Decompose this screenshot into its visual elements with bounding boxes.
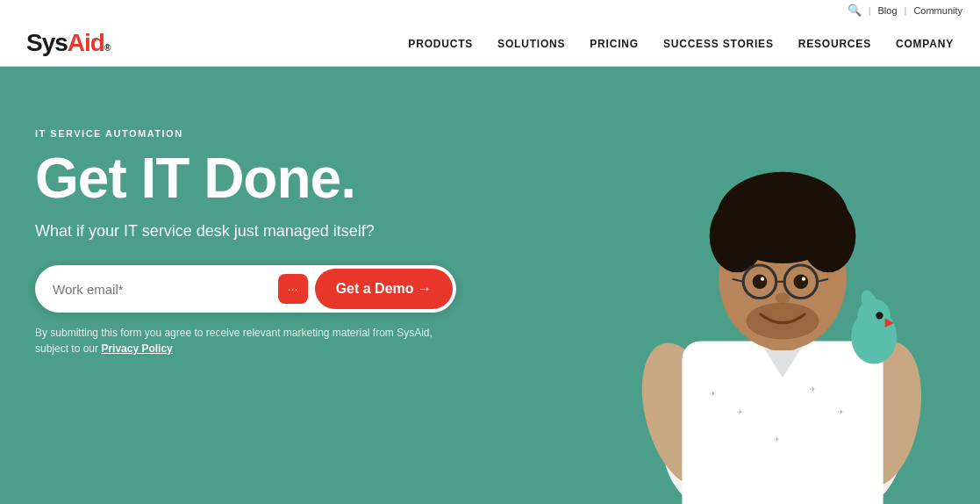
- email-input[interactable]: [53, 282, 271, 297]
- svg-point-24: [776, 292, 790, 304]
- privacy-policy-link[interactable]: Privacy Policy: [101, 342, 172, 355]
- hero-content: IT SERVICE AUTOMATION Get IT Done. What …: [35, 111, 456, 356]
- logo-sys: Sys: [26, 29, 68, 57]
- hero-title: Get IT Done.: [35, 149, 456, 208]
- logo-reg: ®: [104, 43, 110, 53]
- svg-point-21: [794, 274, 809, 289]
- svg-text:✈: ✈: [710, 389, 716, 398]
- svg-text:✈: ✈: [774, 435, 780, 443]
- divider: |: [869, 5, 871, 16]
- nav-success-stories[interactable]: SUCCESS STORIES: [663, 38, 774, 50]
- hero-section: IT SERVICE AUTOMATION Get IT Done. What …: [0, 67, 980, 504]
- svg-text:✈: ✈: [737, 407, 743, 416]
- hero-person-image: ✈ ✈ ✈ ✈ ✈: [585, 67, 980, 504]
- search-icon[interactable]: 🔍: [848, 4, 862, 17]
- nav-pricing[interactable]: PRICING: [590, 38, 639, 50]
- chat-icon: ···: [278, 274, 308, 304]
- navbar: SysAid® PRODUCTS SOLUTIONS PRICING SUCCE…: [0, 20, 980, 67]
- svg-point-25: [746, 303, 819, 340]
- svg-point-22: [761, 277, 764, 281]
- hero-disclaimer: By submitting this form you agree to rec…: [35, 325, 456, 356]
- nav-links: PRODUCTS SOLUTIONS PRICING SUCCESS STORI…: [408, 35, 954, 51]
- svg-point-14: [801, 199, 856, 272]
- community-link[interactable]: Community: [913, 5, 962, 16]
- svg-text:✈: ✈: [810, 385, 816, 393]
- blog-link[interactable]: Blog: [877, 5, 897, 16]
- svg-point-29: [876, 312, 883, 319]
- nav-resources[interactable]: RESOURCES: [798, 38, 871, 50]
- get-demo-button[interactable]: Get a Demo →: [315, 269, 453, 309]
- hero-description: What if your IT service desk just manage…: [35, 222, 456, 241]
- svg-text:✈: ✈: [838, 407, 844, 416]
- person-svg: ✈ ✈ ✈ ✈ ✈: [585, 67, 980, 504]
- svg-point-23: [802, 277, 805, 281]
- svg-point-20: [753, 274, 768, 289]
- top-bar: 🔍 | Blog | Community: [0, 0, 980, 20]
- chat-dots: ···: [288, 282, 298, 296]
- nav-solutions[interactable]: SOLUTIONS: [497, 38, 565, 50]
- logo[interactable]: SysAid®: [26, 29, 110, 57]
- divider2: |: [905, 5, 907, 16]
- hero-subtitle: IT SERVICE AUTOMATION: [35, 128, 456, 139]
- nav-company[interactable]: COMPANY: [896, 38, 954, 50]
- logo-aid: Aid: [68, 29, 104, 57]
- svg-point-13: [710, 199, 765, 272]
- nav-products[interactable]: PRODUCTS: [408, 38, 473, 50]
- email-form: ··· Get a Demo →: [35, 265, 456, 313]
